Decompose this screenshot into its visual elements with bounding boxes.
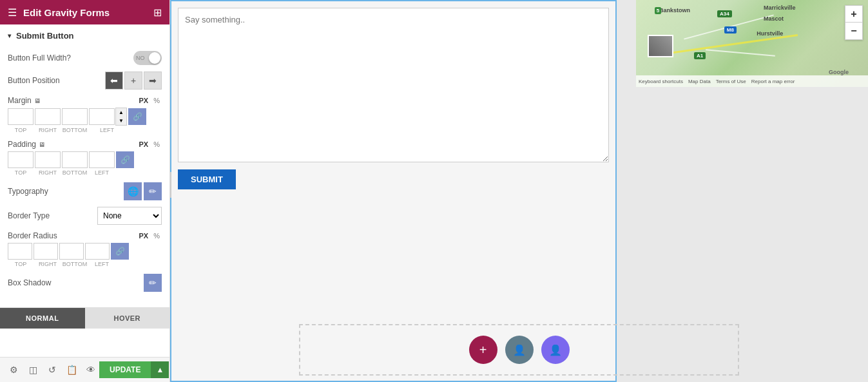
border-radius-top-input[interactable] bbox=[8, 243, 32, 260]
border-radius-left-input[interactable] bbox=[85, 243, 110, 260]
form-textarea[interactable] bbox=[178, 8, 609, 162]
margin-bottom-label: BOTTOM bbox=[62, 127, 88, 133]
margin-left-with-spinner: ▲ ▼ bbox=[89, 108, 127, 126]
padding-bottom-label: BOTTOM bbox=[62, 169, 88, 176]
report-link[interactable]: Report a map error bbox=[751, 79, 795, 84]
notes-icon[interactable]: 📋 bbox=[63, 361, 80, 378]
layers-icon[interactable]: ◫ bbox=[24, 361, 41, 378]
border-radius-link-btn[interactable]: 🔗 bbox=[111, 243, 129, 260]
padding-top-label: TOP bbox=[8, 169, 34, 176]
typography-row: Typography 🌐 ✏ bbox=[8, 182, 162, 200]
position-center-btn[interactable]: + bbox=[124, 72, 142, 90]
eye-icon[interactable]: 👁 bbox=[82, 361, 99, 378]
map-badge-a34: A34 bbox=[717, 10, 732, 17]
typography-globe-btn[interactable]: 🌐 bbox=[124, 182, 142, 200]
map-zoom-in-btn[interactable]: + bbox=[845, 6, 862, 23]
toolbar-icons: ⚙ ◫ ↺ 📋 👁 bbox=[5, 361, 99, 378]
map-label-mascot: Mascot bbox=[764, 15, 784, 22]
typography-buttons: 🌐 ✏ bbox=[124, 182, 162, 200]
grid-icon[interactable]: ⊞ bbox=[153, 6, 162, 19]
box-shadow-pencil-btn[interactable]: ✏ bbox=[144, 274, 162, 292]
submit-button[interactable]: SUBMIT bbox=[178, 169, 236, 189]
update-group: UPDATE ▲ bbox=[99, 361, 169, 378]
button-position-row: Button Position ⬅ + ➡ bbox=[8, 72, 162, 90]
padding-left-input[interactable] bbox=[89, 151, 115, 168]
add-template-btn[interactable]: 👤 bbox=[541, 336, 570, 364]
typography-label: Typography bbox=[8, 187, 48, 196]
margin-inputs-row: ▲ ▼ 🔗 bbox=[8, 108, 162, 126]
hamburger-icon[interactable]: ☰ bbox=[8, 6, 17, 19]
border-radius-px-btn[interactable]: PX bbox=[137, 231, 151, 240]
position-right-btn[interactable]: ➡ bbox=[144, 72, 162, 90]
margin-spinner: ▲ ▼ bbox=[115, 108, 127, 126]
keyboard-shortcuts-link[interactable]: Keyboard shortcuts bbox=[639, 79, 683, 84]
button-full-width-label: Button Full Width? bbox=[8, 53, 71, 62]
collapse-handle[interactable]: ❮ bbox=[170, 172, 171, 198]
margin-top-input[interactable] bbox=[8, 108, 34, 125]
padding-left-label: LEFT bbox=[89, 169, 115, 176]
padding-unit-buttons: PX % bbox=[137, 140, 162, 149]
box-shadow-label: Box Shadow bbox=[8, 278, 51, 287]
section-body: Button Full Width? NO Button Position ⬅ … bbox=[0, 47, 169, 305]
margin-monitor-icon: 🖥 bbox=[34, 97, 41, 104]
border-radius-right-input[interactable] bbox=[34, 243, 58, 260]
submit-button-section-header[interactable]: ▾ Submit Button bbox=[0, 24, 169, 47]
margin-bottom-input[interactable] bbox=[62, 108, 88, 125]
margin-percent-btn[interactable]: % bbox=[151, 96, 162, 105]
margin-label: Margin 🖥 bbox=[8, 96, 41, 105]
position-left-btn[interactable]: ⬅ bbox=[105, 72, 123, 90]
padding-top-input[interactable] bbox=[8, 151, 34, 168]
position-buttons: ⬅ + ➡ bbox=[105, 72, 162, 90]
border-radius-bottom-input[interactable] bbox=[59, 243, 84, 260]
padding-percent-btn[interactable]: % bbox=[151, 140, 162, 149]
padding-right-input[interactable] bbox=[35, 151, 61, 168]
history-icon[interactable]: ↺ bbox=[44, 361, 61, 378]
tab-hover[interactable]: HOVER bbox=[85, 308, 170, 329]
tab-normal[interactable]: NORMAL bbox=[0, 308, 85, 329]
margin-spinner-down[interactable]: ▼ bbox=[116, 117, 126, 125]
add-widget-btn[interactable]: 👤 bbox=[505, 336, 534, 364]
border-radius-percent-btn[interactable]: % bbox=[151, 231, 162, 240]
border-radius-label: Border Radius bbox=[8, 231, 57, 240]
margin-left-input[interactable] bbox=[89, 108, 115, 125]
margin-unit-buttons: PX % bbox=[137, 96, 162, 105]
margin-px-btn[interactable]: PX bbox=[137, 96, 151, 105]
map-zoom-out-btn[interactable]: − bbox=[845, 23, 862, 39]
border-radius-left-label: LEFT bbox=[89, 261, 115, 267]
map-data-link[interactable]: Map Data bbox=[688, 79, 711, 84]
map-label-marrickville: Marrickville bbox=[764, 5, 796, 11]
padding-px-btn[interactable]: PX bbox=[137, 140, 151, 149]
add-section-btn[interactable]: + bbox=[469, 336, 497, 364]
terms-link[interactable]: Terms of Use bbox=[716, 79, 746, 84]
margin-right-input[interactable] bbox=[35, 108, 61, 125]
state-tabs: NORMAL HOVER bbox=[0, 307, 169, 329]
button-position-label: Button Position bbox=[8, 76, 60, 85]
border-radius-header: Border Radius PX % bbox=[8, 231, 162, 240]
map-label-hurstville: Hurstville bbox=[757, 30, 783, 37]
border-radius-unit-buttons: PX % bbox=[137, 231, 162, 240]
margin-right-label: RIGHT bbox=[35, 127, 61, 133]
page-canvas: ❮ SUBMIT Bankstown Marrickville Mascot H… bbox=[170, 0, 868, 382]
padding-link-btn[interactable]: 🔗 bbox=[116, 151, 134, 168]
map-thumbnail bbox=[648, 35, 673, 57]
section-arrow: ▾ bbox=[8, 32, 11, 39]
margin-spinner-up[interactable]: ▲ bbox=[116, 108, 126, 117]
border-radius-labels: TOP RIGHT BOTTOM LEFT bbox=[8, 261, 162, 267]
padding-inputs-row: 🔗 bbox=[8, 151, 162, 168]
update-button[interactable]: UPDATE bbox=[99, 361, 151, 378]
padding-bottom-input[interactable] bbox=[62, 151, 88, 168]
border-type-label: Border Type bbox=[8, 211, 50, 220]
border-type-select[interactable]: None Solid Dashed Dotted bbox=[97, 207, 162, 225]
section-label: Submit Button bbox=[16, 31, 74, 41]
margin-link-btn[interactable]: 🔗 bbox=[128, 108, 146, 125]
map-zoom-controls: + − bbox=[845, 5, 863, 40]
typography-pencil-btn[interactable]: ✏ bbox=[144, 182, 162, 200]
toggle-switch[interactable]: NO bbox=[133, 51, 162, 65]
padding-labels: TOP RIGHT BOTTOM LEFT bbox=[8, 169, 162, 176]
margin-left-label: LEFT bbox=[89, 127, 125, 133]
gear-icon[interactable]: ⚙ bbox=[5, 361, 22, 378]
sidebar-title: Edit Gravity Forms bbox=[23, 7, 110, 18]
update-dropdown-btn[interactable]: ▲ bbox=[151, 361, 169, 378]
margin-header: Margin 🖥 PX % bbox=[8, 96, 162, 105]
button-full-width-toggle[interactable]: NO bbox=[133, 51, 162, 65]
